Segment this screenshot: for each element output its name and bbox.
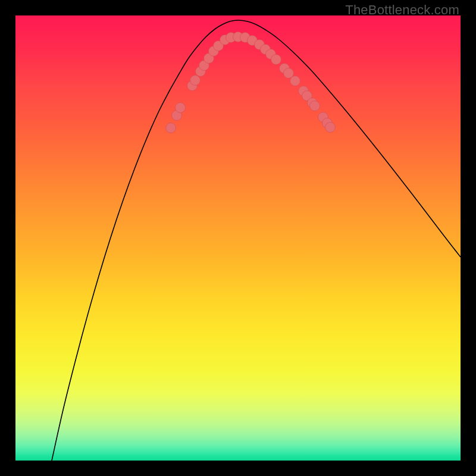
marker-dot <box>325 123 336 133</box>
curve-svg <box>15 15 461 461</box>
marker-group <box>166 32 336 133</box>
plot-area <box>15 15 461 461</box>
marker-dot <box>310 101 320 111</box>
chart-frame: TheBottleneck.com <box>0 0 476 476</box>
marker-dot <box>166 123 176 133</box>
marker-dot <box>176 103 186 113</box>
marker-dot <box>290 76 300 86</box>
bottleneck-curve <box>52 20 461 461</box>
marker-dot <box>190 76 201 86</box>
marker-dot <box>271 55 281 65</box>
